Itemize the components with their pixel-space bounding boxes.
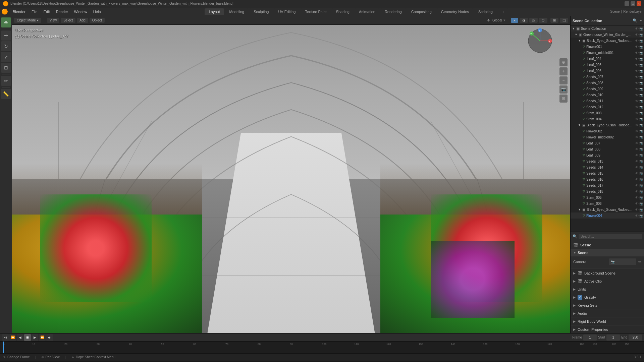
greenhouse-eye-icon[interactable]: 👁: [635, 33, 639, 37]
flower002-cam[interactable]: 📷: [639, 129, 643, 133]
susan2-cam[interactable]: 📷: [639, 123, 643, 127]
zoom-out-button[interactable]: −: [559, 76, 568, 84]
stem004-eye[interactable]: 👁: [635, 117, 639, 121]
susan2-eye[interactable]: 👁: [635, 123, 639, 127]
seeds014-cam[interactable]: 📷: [639, 166, 643, 169]
leaf007-cam[interactable]: 📷: [639, 141, 643, 145]
tool-cursor[interactable]: ⊕: [1, 17, 11, 27]
viewport-shading-solid[interactable]: ●: [511, 18, 518, 23]
leaf006-cam[interactable]: 📷: [639, 69, 643, 73]
seeds011-eye[interactable]: 👁: [635, 99, 639, 103]
leaf004-cam[interactable]: 📷: [639, 57, 643, 61]
workspace-tab-shading[interactable]: Shading: [332, 8, 354, 15]
stem004-cam[interactable]: 📷: [639, 117, 643, 121]
end-frame-input[interactable]: 250: [629, 335, 642, 341]
xray-toggle[interactable]: ◫: [560, 18, 568, 23]
list-item[interactable]: ▽ Flower001 👁 📷: [571, 44, 644, 50]
jump-end-button[interactable]: ⏭: [46, 334, 53, 341]
list-item[interactable]: ▽ Seeds_012 👁📷: [571, 104, 644, 110]
add-menu-button[interactable]: Add: [77, 18, 88, 23]
tool-annotate[interactable]: ✏: [1, 76, 11, 86]
list-item[interactable]: ▽ Leaf_008 👁📷: [571, 146, 644, 152]
list-item[interactable]: ▽ Seeds_010 👁📷: [571, 92, 644, 98]
units-row[interactable]: ▶ Units: [571, 285, 644, 293]
leaf008-cam[interactable]: 📷: [639, 147, 643, 151]
fm002-eye[interactable]: 👁: [635, 135, 639, 139]
zoom-to-view-button[interactable]: ⊕: [559, 58, 568, 66]
camera-view-button[interactable]: 📷: [559, 85, 568, 94]
flower001-eye[interactable]: 👁: [635, 45, 639, 49]
navigation-gizmo[interactable]: X Y Z: [527, 27, 553, 54]
leaf006-eye[interactable]: 👁: [635, 69, 639, 73]
camera-value[interactable]: 📷: [609, 258, 636, 265]
seeds017-cam[interactable]: 📷: [639, 184, 643, 187]
viewport-shading-material[interactable]: ◑: [520, 18, 528, 23]
list-item[interactable]: ▽ Leaf_007 👁📷: [571, 140, 644, 146]
list-item[interactable]: ▽ Stem_003 👁📷: [571, 110, 644, 116]
stem005-eye[interactable]: 👁: [635, 196, 639, 199]
seeds018-eye[interactable]: 👁: [635, 190, 639, 193]
outliner-item-greenhouse[interactable]: ▼ ▣ Greenhouse_Winter_Garden_with_Flow 👁…: [571, 32, 644, 38]
tool-transform[interactable]: ⊡: [1, 63, 11, 73]
list-item[interactable]: ▽ Leaf_004 👁📷: [571, 56, 644, 62]
list-item[interactable]: ▽ Seeds_008 👁📷: [571, 80, 644, 86]
background-scene-row[interactable]: ▶ 🎬 Background Scene: [571, 269, 644, 277]
outliner-item-black-eyed-susan-1[interactable]: ▼ ▣ Black_Eyed_Susan_Rudbeckia_Hirta 👁 📷: [571, 38, 644, 44]
seeds008-eye[interactable]: 👁: [635, 81, 639, 85]
menu-edit[interactable]: Edit: [41, 9, 53, 14]
seeds008-cam[interactable]: 📷: [639, 81, 643, 85]
viewport[interactable]: User Perspective (1) Scene Collection | …: [12, 25, 570, 333]
workspace-tab-geometry-nodes[interactable]: Geometry Nodes: [437, 8, 473, 15]
play-back-button[interactable]: ◀: [17, 334, 23, 341]
flower001-cam[interactable]: 📷: [639, 45, 643, 49]
rigid-body-world-row[interactable]: ▶ Rigid Body World: [571, 317, 644, 325]
outliner-filter-icon[interactable]: ▾: [640, 18, 642, 23]
workspace-tab-compositing[interactable]: Compositing: [407, 8, 436, 15]
maximize-button[interactable]: □: [631, 1, 635, 6]
gravity-checkbox[interactable]: ✓: [578, 295, 582, 300]
susan3-cam[interactable]: 📷: [639, 208, 643, 212]
title-bar-controls[interactable]: — □ ✕: [625, 1, 641, 6]
stem003-cam[interactable]: 📷: [639, 111, 643, 115]
toggle-ortho-button[interactable]: ⊞: [559, 95, 568, 103]
current-frame-input[interactable]: 1: [583, 335, 597, 341]
active-clip-row[interactable]: ▶ 🎬 Active Clip: [571, 277, 644, 285]
workspace-tab-sculpting[interactable]: Sculpting: [250, 8, 273, 15]
mode-selector-group[interactable]: Object Mode ▾: [14, 18, 41, 23]
object-mode-button[interactable]: Object Mode ▾: [14, 18, 41, 23]
workspace-tab-texture-paint[interactable]: Texture Paint: [301, 8, 330, 15]
fm001-cam[interactable]: 📷: [639, 51, 643, 55]
list-item[interactable]: ▽ Seeds_007 👁📷: [571, 74, 644, 80]
list-item[interactable]: ▽ Leaf_006 👁📷: [571, 68, 644, 74]
list-item[interactable]: ▽ Seeds_018 👁📷: [571, 188, 644, 194]
start-frame-input[interactable]: 1: [606, 335, 620, 341]
menu-window[interactable]: Window: [71, 9, 90, 14]
seeds015-eye[interactable]: 👁: [635, 172, 639, 175]
outliner-tree[interactable]: ▼ ▣ Scene Collection 👁 📷 ▼ ▣ Greenhouse_…: [571, 25, 644, 232]
seeds013-eye[interactable]: 👁: [635, 160, 639, 163]
leaf008-eye[interactable]: 👁: [635, 147, 639, 151]
timeline-content[interactable]: 1 10 20 30 40 50 60 70 80 90 100 110 120…: [0, 342, 644, 353]
workspace-tab-add[interactable]: +: [498, 8, 508, 15]
seeds010-eye[interactable]: 👁: [635, 93, 639, 97]
flower002-eye[interactable]: 👁: [635, 129, 639, 133]
susan-1-eye-icon[interactable]: 👁: [635, 39, 639, 43]
step-back-button[interactable]: ⏪: [9, 334, 16, 341]
seeds014-eye[interactable]: 👁: [635, 166, 639, 169]
list-item[interactable]: ▽ Seeds_011 👁📷: [571, 98, 644, 104]
minimize-button[interactable]: —: [625, 1, 629, 6]
flower004-eye[interactable]: 👁: [635, 214, 639, 218]
stem003-eye[interactable]: 👁: [635, 111, 639, 115]
close-button[interactable]: ✕: [637, 1, 641, 6]
fm001-eye[interactable]: 👁: [635, 51, 639, 55]
seeds013-cam[interactable]: 📷: [639, 160, 643, 163]
fm002-cam[interactable]: 📷: [639, 135, 643, 139]
list-item[interactable]: ▽ Flower004 👁📷: [571, 213, 644, 219]
step-forward-button[interactable]: ⏩: [39, 334, 46, 341]
workspace-tab-layout[interactable]: Layout: [205, 8, 224, 15]
leaf005-eye[interactable]: 👁: [635, 63, 639, 67]
list-item[interactable]: ▽ Flower002 👁📷: [571, 128, 644, 134]
flower004-cam[interactable]: 📷: [639, 214, 643, 218]
leaf007-eye[interactable]: 👁: [635, 141, 639, 145]
menu-help[interactable]: Help: [91, 9, 104, 14]
